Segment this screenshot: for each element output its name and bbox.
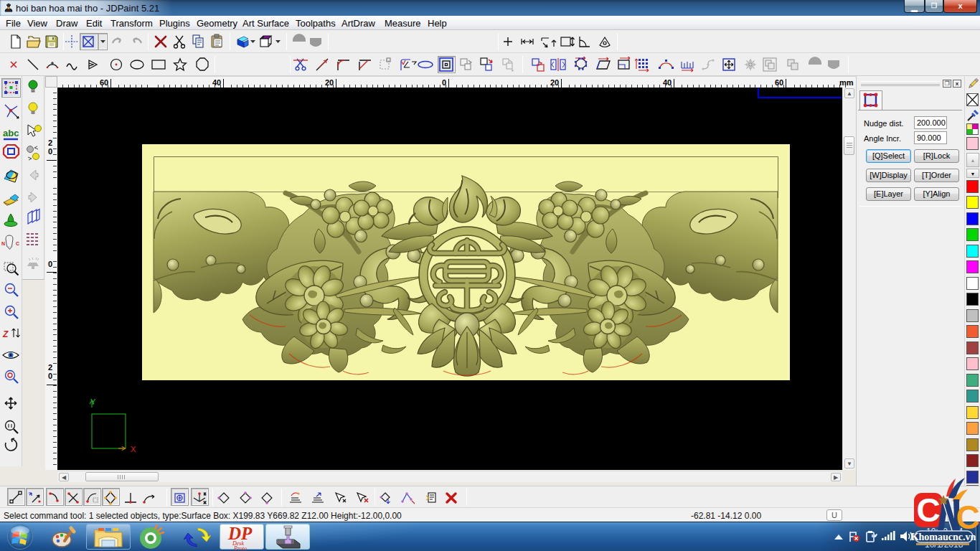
svg-text:Z: Z bbox=[2, 329, 9, 339]
svg-text:X: X bbox=[131, 445, 136, 453]
svg-text:C: C bbox=[16, 241, 19, 246]
svg-text:abc: abc bbox=[3, 128, 19, 138]
svg-text:C: C bbox=[916, 491, 940, 529]
svg-text:Khomaucnc.vn: Khomaucnc.vn bbox=[911, 532, 976, 542]
svg-text:C: C bbox=[956, 499, 979, 536]
svg-text:x: x bbox=[204, 500, 206, 504]
svg-text:z: z bbox=[204, 491, 206, 496]
svg-text:N: N bbox=[1, 241, 5, 246]
